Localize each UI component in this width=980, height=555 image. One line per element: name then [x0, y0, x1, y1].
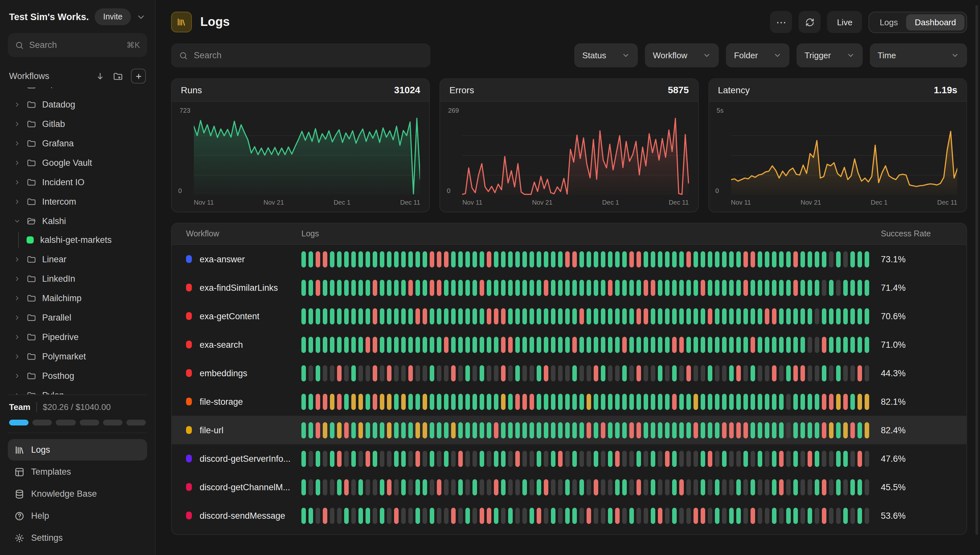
- log-pill[interactable]: [815, 393, 819, 410]
- log-pill[interactable]: [672, 479, 677, 495]
- log-pill[interactable]: [301, 365, 306, 381]
- log-pill[interactable]: [558, 251, 563, 267]
- log-pill[interactable]: [587, 422, 591, 438]
- log-pill[interactable]: [836, 337, 841, 353]
- log-pill[interactable]: [679, 308, 684, 324]
- log-pill[interactable]: [850, 279, 855, 296]
- log-pill[interactable]: [501, 451, 505, 467]
- log-pill[interactable]: [387, 337, 391, 353]
- log-pill[interactable]: [729, 507, 734, 524]
- log-pill[interactable]: [458, 279, 463, 296]
- log-pill[interactable]: [309, 479, 313, 495]
- log-pill[interactable]: [722, 393, 727, 410]
- log-pill[interactable]: [394, 422, 399, 438]
- log-pill[interactable]: [579, 451, 584, 467]
- log-pill[interactable]: [686, 507, 691, 524]
- log-pill[interactable]: [465, 507, 470, 524]
- log-pill[interactable]: [751, 279, 755, 296]
- log-pill[interactable]: [401, 365, 406, 381]
- log-pill[interactable]: [344, 507, 349, 524]
- log-pill[interactable]: [487, 507, 491, 524]
- log-pill[interactable]: [373, 507, 377, 524]
- log-pill[interactable]: [551, 337, 555, 353]
- log-pill[interactable]: [722, 279, 727, 296]
- log-pill[interactable]: [365, 507, 370, 524]
- filter-folder[interactable]: Folder: [726, 43, 790, 67]
- log-pill[interactable]: [430, 365, 434, 381]
- log-pill[interactable]: [722, 422, 727, 438]
- log-pill[interactable]: [729, 337, 734, 353]
- log-pill[interactable]: [672, 251, 677, 267]
- workflow-row-file-storage[interactable]: file-storage82.1%: [172, 387, 966, 416]
- log-pill[interactable]: [772, 308, 776, 324]
- log-pill[interactable]: [608, 393, 613, 410]
- log-pill[interactable]: [772, 279, 776, 296]
- log-pill[interactable]: [829, 422, 834, 438]
- sidebar-item-logs[interactable]: Logs: [8, 439, 147, 460]
- log-pill[interactable]: [373, 393, 377, 410]
- log-pill[interactable]: [615, 365, 620, 381]
- log-pill[interactable]: [651, 479, 655, 495]
- log-pill[interactable]: [715, 308, 719, 324]
- log-pill[interactable]: [401, 507, 406, 524]
- log-pill[interactable]: [608, 507, 613, 524]
- log-pill[interactable]: [686, 393, 691, 410]
- log-pill[interactable]: [843, 451, 848, 467]
- log-pill[interactable]: [508, 365, 513, 381]
- log-pill[interactable]: [651, 279, 655, 296]
- log-pill[interactable]: [608, 422, 613, 438]
- log-pill[interactable]: [451, 365, 455, 381]
- log-pill[interactable]: [793, 393, 798, 410]
- log-pill[interactable]: [786, 393, 791, 410]
- log-pill[interactable]: [365, 251, 370, 267]
- log-pill[interactable]: [373, 451, 377, 467]
- log-pill[interactable]: [587, 337, 591, 353]
- log-pill[interactable]: [579, 479, 584, 495]
- log-pill[interactable]: [708, 393, 712, 410]
- log-pill[interactable]: [522, 507, 527, 524]
- log-pill[interactable]: [480, 507, 484, 524]
- log-pill[interactable]: [622, 451, 627, 467]
- log-pill[interactable]: [708, 422, 712, 438]
- log-pill[interactable]: [487, 393, 491, 410]
- log-pill[interactable]: [858, 365, 862, 381]
- log-pill[interactable]: [772, 451, 776, 467]
- sidebar-folder-polymarket[interactable]: Polymarket: [8, 346, 147, 366]
- log-pill[interactable]: [715, 337, 719, 353]
- workflow-row-exa-answer[interactable]: exa-answer73.1%: [172, 245, 966, 273]
- log-pill[interactable]: [572, 308, 577, 324]
- toggle-dashboard[interactable]: Dashboard: [906, 14, 964, 30]
- log-pill[interactable]: [800, 451, 805, 467]
- log-pill[interactable]: [786, 422, 791, 438]
- log-pill[interactable]: [672, 507, 677, 524]
- log-pill[interactable]: [736, 451, 741, 467]
- log-pill[interactable]: [465, 479, 470, 495]
- filter-trigger[interactable]: Trigger: [797, 43, 863, 67]
- log-pill[interactable]: [387, 507, 391, 524]
- log-pill[interactable]: [501, 422, 505, 438]
- log-pill[interactable]: [380, 422, 385, 438]
- log-pill[interactable]: [522, 279, 527, 296]
- log-pill[interactable]: [351, 422, 356, 438]
- page-scrollbar[interactable]: [975, 5, 978, 535]
- log-pill[interactable]: [337, 507, 341, 524]
- log-pill[interactable]: [829, 479, 834, 495]
- log-pill[interactable]: [701, 279, 705, 296]
- log-pill[interactable]: [365, 451, 370, 467]
- log-pill[interactable]: [480, 337, 484, 353]
- log-pill[interactable]: [858, 308, 862, 324]
- workflow-row-discord-getChannelM[interactable]: discord-getChannelM...45.5%: [172, 473, 966, 501]
- log-pill[interactable]: [551, 365, 555, 381]
- log-pill[interactable]: [309, 365, 313, 381]
- log-pill[interactable]: [330, 279, 335, 296]
- log-pill[interactable]: [359, 308, 363, 324]
- log-pill[interactable]: [515, 365, 520, 381]
- log-pill[interactable]: [622, 308, 627, 324]
- log-pill[interactable]: [658, 479, 662, 495]
- log-pill[interactable]: [323, 308, 327, 324]
- log-pill[interactable]: [423, 507, 427, 524]
- log-pill[interactable]: [658, 337, 662, 353]
- log-pill[interactable]: [708, 308, 712, 324]
- log-pill[interactable]: [679, 279, 684, 296]
- log-pill[interactable]: [800, 365, 805, 381]
